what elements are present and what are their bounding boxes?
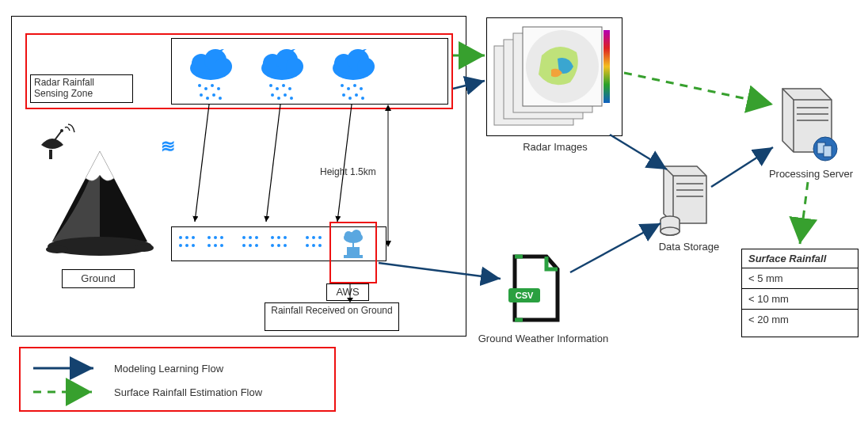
svg-line-108 xyxy=(570,223,661,272)
svg-line-107 xyxy=(610,135,667,169)
legend-estimation-label: Surface Rainfall Estimation Flow xyxy=(114,386,262,398)
legend-row-learning: Modeling Learning Flow xyxy=(32,356,323,380)
svg-line-110 xyxy=(624,73,773,105)
legend-box: Modeling Learning Flow Surface Rainfall … xyxy=(19,347,336,412)
svg-line-106 xyxy=(379,263,501,279)
legend-learning-label: Modeling Learning Flow xyxy=(114,363,223,375)
legend-row-estimation: Surface Rainfall Estimation Flow xyxy=(32,380,323,404)
svg-line-111 xyxy=(800,182,808,244)
svg-line-109 xyxy=(711,147,773,187)
svg-line-105 xyxy=(453,81,485,89)
